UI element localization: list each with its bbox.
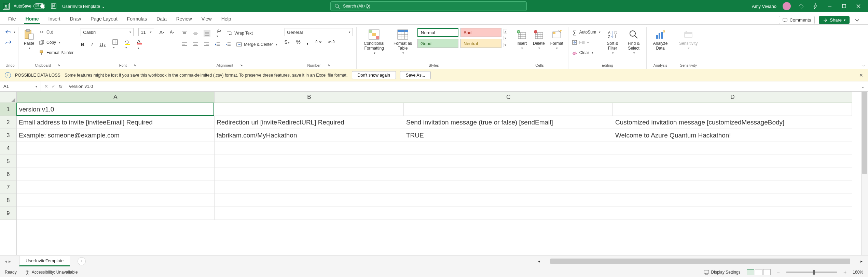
tab-review[interactable]: Review bbox=[171, 13, 197, 24]
formula-input[interactable]: version:v1.0 bbox=[66, 84, 858, 89]
cell[interactable] bbox=[613, 181, 852, 194]
message-text[interactable]: Some features might be lost if you save … bbox=[65, 73, 348, 78]
tab-formulas[interactable]: Formulas bbox=[122, 13, 152, 24]
style-bad[interactable]: Bad bbox=[460, 28, 501, 37]
tab-data[interactable]: Data bbox=[152, 13, 171, 24]
formula-expand-icon[interactable]: ⌄ bbox=[858, 84, 868, 89]
clear-button[interactable]: Clear▾ bbox=[572, 49, 601, 57]
select-all-corner[interactable] bbox=[0, 92, 16, 103]
column-header[interactable]: C bbox=[404, 92, 613, 103]
cell[interactable]: version:v1.0 bbox=[16, 103, 214, 116]
zoom-slider[interactable] bbox=[786, 272, 837, 273]
display-settings-button[interactable]: Display Settings bbox=[704, 270, 741, 275]
fx-icon[interactable]: fx bbox=[59, 84, 62, 89]
name-box[interactable]: A1▾ bbox=[0, 81, 41, 91]
increase-font-icon[interactable]: A▴ bbox=[159, 29, 164, 35]
cell[interactable]: TRUE bbox=[404, 129, 613, 142]
row-header[interactable]: 8 bbox=[0, 194, 16, 207]
delete-cells-button[interactable]: −Delete▾ bbox=[532, 28, 546, 51]
row-header[interactable]: 6 bbox=[0, 168, 16, 181]
cell[interactable] bbox=[214, 103, 404, 116]
cell[interactable] bbox=[613, 207, 852, 220]
hscroll-left-icon[interactable]: ◂ bbox=[536, 259, 542, 264]
cell[interactable]: Email address to invite [inviteeEmail] R… bbox=[17, 116, 215, 129]
insert-cells-button[interactable]: +Insert▾ bbox=[514, 28, 529, 51]
sheet-tab-active[interactable]: UserInviteTemplate bbox=[19, 256, 70, 266]
sheet-next-icon[interactable]: ▸ bbox=[9, 259, 11, 264]
cell[interactable] bbox=[404, 142, 613, 155]
cell[interactable]: Example: someone@example.com bbox=[17, 129, 215, 142]
tab-home[interactable]: Home bbox=[21, 13, 44, 24]
styles-more-icon[interactable]: ▾ bbox=[504, 43, 507, 47]
copy-button[interactable]: Copy▾ bbox=[39, 38, 73, 47]
tab-page-layout[interactable]: Page Layout bbox=[86, 13, 122, 24]
font-size-dropdown[interactable]: 11▾ bbox=[138, 28, 154, 36]
cell[interactable]: Customized invitation message [customize… bbox=[613, 116, 852, 129]
format-as-table-button[interactable]: Format as Table▾ bbox=[391, 28, 415, 55]
fill-color-button[interactable]: ▾ bbox=[125, 39, 130, 50]
zoom-level[interactable]: 160% bbox=[853, 270, 863, 275]
wrap-text-button[interactable]: Wrap Text bbox=[227, 29, 253, 37]
save-icon[interactable] bbox=[51, 3, 57, 9]
sensitivity-button[interactable]: Sensitivity▾ bbox=[678, 28, 699, 51]
currency-icon[interactable]: $▾ bbox=[285, 39, 290, 45]
undo-button[interactable]: ▾ bbox=[5, 28, 15, 36]
cell[interactable] bbox=[17, 194, 215, 207]
font-color-button[interactable]: A▾ bbox=[137, 38, 142, 50]
comma-icon[interactable]: , bbox=[307, 38, 308, 45]
page-layout-view-button[interactable] bbox=[755, 269, 762, 275]
align-right-icon[interactable] bbox=[204, 42, 209, 47]
align-bottom-icon[interactable] bbox=[204, 30, 210, 37]
orientation-icon[interactable]: ab▾ bbox=[216, 28, 221, 38]
styles-up-icon[interactable]: ▴ bbox=[504, 29, 507, 34]
dont-show-again-button[interactable]: Don't show again bbox=[352, 71, 396, 79]
cell[interactable] bbox=[215, 207, 404, 220]
increase-indent-icon[interactable] bbox=[225, 42, 231, 47]
tab-draw[interactable]: Draw bbox=[65, 13, 86, 24]
cell[interactable]: Redirection url [inviteRedirectURL] Requ… bbox=[215, 116, 404, 129]
zoom-in-button[interactable]: + bbox=[843, 269, 846, 275]
cell[interactable] bbox=[17, 207, 215, 220]
cell[interactable] bbox=[404, 207, 613, 220]
cell[interactable] bbox=[17, 155, 215, 168]
row-header[interactable]: 3 bbox=[0, 129, 16, 142]
autosave-toggle[interactable]: AutoSave Off bbox=[14, 3, 45, 9]
align-center-icon[interactable] bbox=[193, 42, 198, 47]
close-button[interactable] bbox=[854, 2, 863, 10]
align-middle-icon[interactable] bbox=[193, 30, 198, 36]
row-header[interactable]: 7 bbox=[0, 181, 16, 194]
search-box[interactable]: Search (Alt+Q) bbox=[330, 1, 527, 11]
cell[interactable] bbox=[404, 103, 613, 116]
ribbon-collapse-icon[interactable]: ⌄ bbox=[862, 63, 865, 67]
cell[interactable] bbox=[17, 142, 215, 155]
status-accessibility[interactable]: Accessibility: Unavailable bbox=[25, 270, 78, 275]
border-button[interactable]: ▾ bbox=[112, 39, 118, 50]
row-header[interactable]: 5 bbox=[0, 155, 16, 168]
number-format-dropdown[interactable]: General▾ bbox=[285, 28, 353, 36]
row-header[interactable]: 4 bbox=[0, 142, 16, 155]
maximize-button[interactable] bbox=[840, 2, 848, 10]
conditional-formatting-button[interactable]: Conditional Formatting▾ bbox=[360, 28, 388, 55]
vertical-scrollbar[interactable] bbox=[861, 92, 868, 255]
underline-button[interactable]: U▾ bbox=[99, 41, 106, 47]
tab-help[interactable]: Help bbox=[217, 13, 236, 24]
column-header[interactable]: D bbox=[613, 92, 852, 103]
cancel-formula-icon[interactable]: ✕ bbox=[44, 84, 48, 89]
cell[interactable]: Welcome to Azure Quantum Hackathon! bbox=[613, 129, 852, 142]
enter-formula-icon[interactable]: ✓ bbox=[52, 84, 55, 89]
ribbon-display-options[interactable] bbox=[854, 17, 860, 24]
find-select-button[interactable]: Find & Select▾ bbox=[624, 28, 643, 55]
message-close-icon[interactable]: ✕ bbox=[859, 72, 863, 78]
decrease-font-icon[interactable]: A▾ bbox=[169, 29, 175, 35]
tab-view[interactable]: View bbox=[197, 13, 217, 24]
align-top-icon[interactable] bbox=[182, 30, 187, 36]
tab-insert[interactable]: Insert bbox=[43, 13, 65, 24]
bold-button[interactable]: B bbox=[81, 41, 84, 47]
cell[interactable] bbox=[215, 168, 404, 181]
row-header[interactable]: 9 bbox=[0, 207, 16, 220]
decrease-decimal-icon[interactable]: .00.0 bbox=[328, 40, 334, 44]
share-button[interactable]: Share ▾ bbox=[819, 16, 850, 24]
cut-button[interactable]: ✂Cut bbox=[39, 28, 73, 36]
flash-icon[interactable] bbox=[811, 2, 819, 10]
cell[interactable] bbox=[404, 168, 613, 181]
